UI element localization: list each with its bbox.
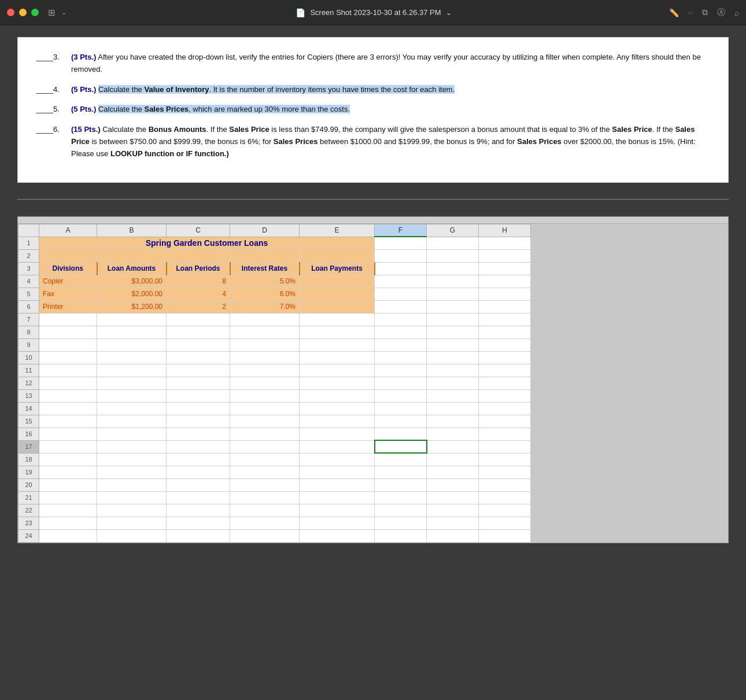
item-content-5: (5 Pts.) Calculate the Sales Prices, whi… [71,104,710,116]
cell-e6[interactable] [300,300,375,313]
col-header-f[interactable]: F [375,224,427,237]
selected-cell-f17[interactable] [375,440,427,453]
cell-b6[interactable]: $1,200.00 [97,300,167,313]
col-header-c[interactable]: C [167,224,230,237]
maximize-button[interactable] [31,9,39,16]
cell-c17[interactable] [167,440,230,453]
cell-f1[interactable] [375,237,427,249]
pts-label-3: (3 Pts.) [71,53,96,61]
cell-h1[interactable] [479,237,531,249]
document-panel: ____3. (3 Pts.) After you have created t… [17,37,729,183]
cell-d4[interactable]: 5.0% [230,275,300,288]
cell-g5[interactable] [427,288,479,300]
row-num-23: 23 [19,517,39,529]
spreadsheet-wrapper: A B C D E F G H 1 Spring Garden Customer [17,216,729,543]
cell-f4[interactable] [375,275,427,288]
row-num-3: 3 [19,262,39,275]
col-header-a[interactable]: A [39,224,97,237]
cell-f2[interactable] [375,249,427,262]
table-row-23: 23 [19,517,531,529]
cell-c4[interactable]: 8 [167,275,230,288]
pts-label-4: (5 Pts.) [71,85,96,94]
header-loan-amounts[interactable]: Loan Amounts [97,262,167,275]
window-title: Screen Shot 2023-10-30 at 6.26.37 PM [310,8,441,17]
row-num-20: 20 [19,478,39,491]
cell-h5[interactable] [479,288,531,300]
sheet-container[interactable]: A B C D E F G H 1 Spring Garden Customer [18,224,728,543]
item-number-5: ____5. [36,104,71,116]
item-number-6: ____6. [36,124,71,136]
cell-f3[interactable] [375,262,427,275]
cell-d6[interactable]: 7.0% [230,300,300,313]
cell-f5[interactable] [375,288,427,300]
cell-b4[interactable]: $3,000.00 [97,275,167,288]
account-icon[interactable]: Ⓐ [717,8,725,18]
row-num-17: 17 [19,440,39,453]
cell-h3[interactable] [479,262,531,275]
bold-bonus: Bonus Amounts [149,125,206,134]
cell-d5[interactable]: 6.0% [230,288,300,300]
cell-a2[interactable] [39,249,97,262]
cell-e4[interactable] [300,275,375,288]
row-num-5: 5 [19,288,39,300]
col-header-d[interactable]: D [230,224,300,237]
pts-label-5: (5 Pts.) [71,105,96,113]
row-num-11: 11 [19,364,39,377]
cell-g1[interactable] [427,237,479,249]
cell-h17[interactable] [479,440,531,453]
highlight-4: Calculate the Value of Inventory. It is … [98,85,455,94]
table-row-15: 15 [19,415,531,428]
cell-a6[interactable]: Printer [39,300,97,313]
col-header-g[interactable]: G [427,224,479,237]
cell-g6[interactable] [427,300,479,313]
col-header-e[interactable]: E [300,224,375,237]
cell-c5[interactable]: 4 [167,288,230,300]
item-content-4: (5 Pts.) Calculate the Value of Inventor… [71,84,710,96]
spreadsheet-toolbar [18,217,728,224]
cell-a4[interactable]: Copier [39,275,97,288]
header-interest-rates[interactable]: Interest Rates [230,262,300,275]
title-chevron-icon[interactable]: ⌄ [446,9,452,17]
cell-g17[interactable] [427,440,479,453]
col-header-h[interactable]: H [479,224,531,237]
cell-b17[interactable] [97,440,167,453]
title-cell[interactable]: Spring Garden Customer Loans [39,237,375,249]
cell-a5[interactable]: Fax [39,288,97,300]
header-divisions[interactable]: Divisions [39,262,97,275]
cell-b2[interactable] [97,249,167,262]
sidebar-icon[interactable]: ⊞ [48,8,56,18]
table-row-16: 16 [19,428,531,440]
cell-h6[interactable] [479,300,531,313]
cell-h4[interactable] [479,275,531,288]
cell-d17[interactable] [230,440,300,453]
cell-b5[interactable]: $2,000.00 [97,288,167,300]
bold-hint: LOOKUP function or IF function.) [110,149,229,158]
row-num-19: 19 [19,466,39,478]
cell-c2[interactable] [167,249,230,262]
window-icon[interactable]: ⧉ [702,8,708,17]
edit-icon[interactable]: ✏️ [669,8,679,17]
cell-a17[interactable] [39,440,97,453]
nav-chevron-icon[interactable]: ‹› [688,9,693,17]
col-header-b[interactable]: B [97,224,167,237]
header-loan-payments[interactable]: Loan Payments [300,262,375,275]
row-num-4: 4 [19,275,39,288]
cell-e2[interactable] [300,249,375,262]
cell-g4[interactable] [427,275,479,288]
cell-g2[interactable] [427,249,479,262]
search-icon[interactable]: ⌕ [734,8,739,17]
cell-d2[interactable] [230,249,300,262]
cell-e17[interactable] [300,440,375,453]
table-row-12: 12 [19,377,531,389]
cell-f6[interactable] [375,300,427,313]
chevron-icon[interactable]: ⌄ [61,9,67,16]
cell-c6[interactable]: 2 [167,300,230,313]
row-num-1: 1 [19,237,39,249]
minimize-button[interactable] [19,9,27,16]
instruction-item-5: ____5. (5 Pts.) Calculate the Sales Pric… [36,104,710,116]
cell-e5[interactable] [300,288,375,300]
cell-h2[interactable] [479,249,531,262]
close-button[interactable] [7,9,14,16]
header-loan-periods[interactable]: Loan Periods [167,262,230,275]
cell-g3[interactable] [427,262,479,275]
